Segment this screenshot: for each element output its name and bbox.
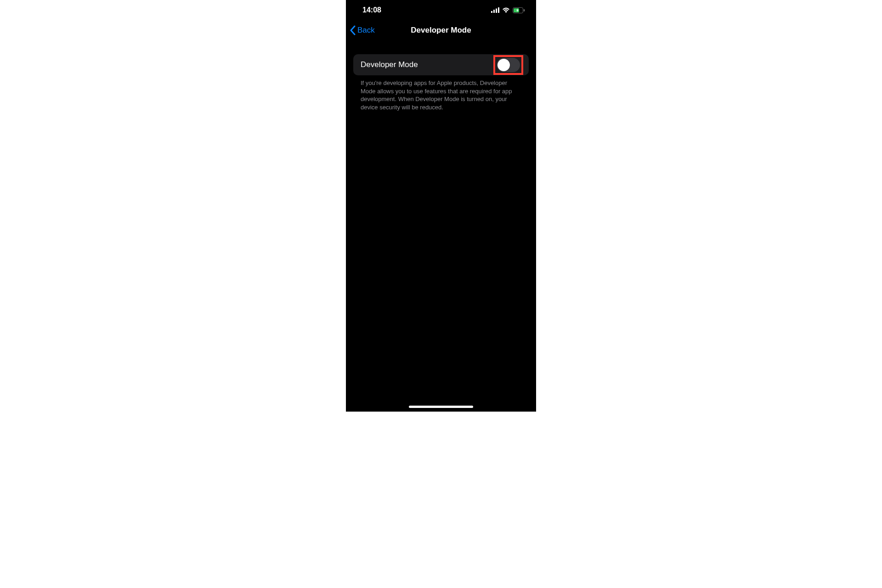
svg-rect-5 [524, 9, 525, 11]
home-indicator[interactable] [409, 406, 473, 408]
toggle-highlight-wrap [494, 56, 522, 74]
back-label: Back [357, 26, 375, 35]
developer-mode-label: Developer Mode [361, 60, 418, 69]
svg-rect-3 [498, 7, 499, 13]
svg-rect-0 [491, 11, 492, 13]
toggle-knob [498, 59, 510, 71]
navigation-bar: Back Developer Mode [346, 20, 536, 40]
phone-screen: 14:08 [346, 0, 536, 412]
cellular-signal-icon [491, 7, 499, 13]
svg-rect-1 [493, 10, 495, 13]
developer-mode-row: Developer Mode [353, 54, 529, 75]
developer-mode-toggle[interactable] [497, 58, 520, 72]
status-time: 14:08 [362, 6, 381, 14]
svg-rect-2 [496, 9, 497, 13]
chevron-left-icon [350, 25, 356, 35]
back-button[interactable]: Back [350, 25, 375, 35]
content-area: Developer Mode If you're developing apps… [346, 40, 536, 111]
status-icons [491, 7, 525, 13]
battery-charging-icon [513, 7, 525, 13]
status-bar: 14:08 [346, 0, 536, 20]
wifi-icon [502, 7, 510, 13]
developer-mode-description: If you're developing apps for Apple prod… [346, 75, 536, 111]
